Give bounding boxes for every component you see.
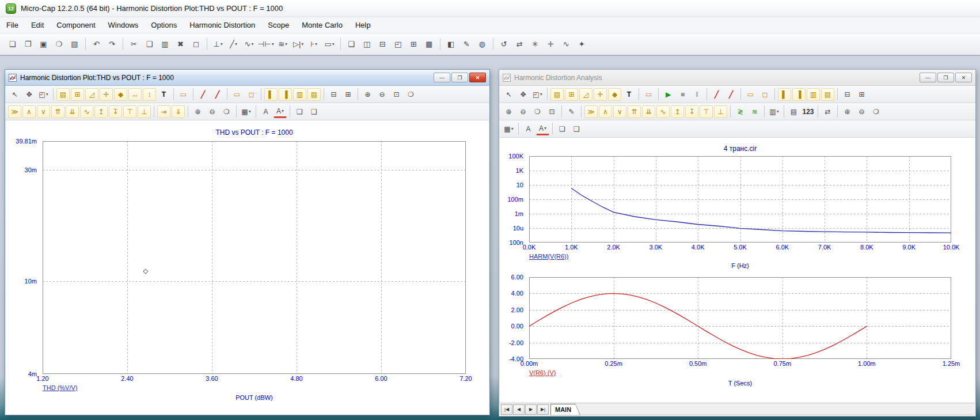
valley-button[interactable]: ∨ <box>613 105 626 118</box>
inflection-button[interactable]: ∿ <box>80 105 93 118</box>
pan-mode-button[interactable]: ✥ <box>22 88 36 101</box>
close-button[interactable]: ✕ <box>955 73 972 82</box>
save-file-button[interactable]: ▣ <box>36 37 51 51</box>
waveform-buffer-button[interactable]: ▭ <box>177 88 190 101</box>
tile-plots-horizontal-button[interactable]: ▤ <box>307 88 321 101</box>
nav-last-button[interactable]: ▶| <box>537 404 549 415</box>
capacitor-button[interactable]: ⊣⊢ <box>257 37 275 51</box>
next-point-button[interactable]: ≫ <box>584 105 598 118</box>
waveform-buffer-button[interactable]: ▭ <box>642 88 655 101</box>
zoom-auto-button[interactable]: ❍ <box>531 105 544 118</box>
print-button[interactable]: ▤ <box>67 37 82 51</box>
cursor-mode-button[interactable]: ✛ <box>100 88 113 101</box>
zoom-out-button[interactable]: ⊖ <box>206 105 219 118</box>
edit-waveform-button[interactable]: ✎ <box>565 105 578 118</box>
zoom-out-button[interactable]: ⊖ <box>375 88 389 101</box>
panel-left-button[interactable]: ▌ <box>778 88 791 101</box>
pan-mode-button[interactable]: ✥ <box>516 88 530 101</box>
slideshow-button[interactable]: ◻ <box>758 88 772 101</box>
zoom-in-button[interactable]: ⊕ <box>361 88 374 101</box>
zoom-fit-button[interactable]: ❍ <box>404 88 417 101</box>
inflection-button[interactable]: ∿ <box>656 105 670 118</box>
grid-options-button[interactable]: ▦ <box>240 105 253 118</box>
bottom-button[interactable]: ⊥ <box>138 105 151 118</box>
series-legend[interactable]: THD (%V/V) <box>43 384 78 391</box>
sine-source-button[interactable]: ∿ <box>242 37 256 51</box>
zoom-in-button[interactable]: ⊕ <box>502 105 515 118</box>
undo-button[interactable]: ↶ <box>89 37 104 51</box>
font-button[interactable]: A <box>259 105 272 118</box>
tile-vertical-button[interactable]: ◫ <box>360 37 374 51</box>
split-window-button[interactable]: ◰ <box>391 37 405 51</box>
menu-help[interactable]: Help <box>349 17 377 33</box>
plot-area[interactable] <box>529 156 951 243</box>
wire-mode-button[interactable]: ╱ <box>226 37 241 51</box>
split-horizontal-button[interactable]: ⊟ <box>841 88 854 101</box>
open-file-button[interactable]: ❐ <box>21 37 35 51</box>
nav-first-button[interactable]: |◀ <box>501 404 512 415</box>
plot-window-titlebar[interactable]: Harmonic Distortion Plot:THD vs POUT : F… <box>5 70 489 86</box>
transistor-button[interactable]: ⊦ <box>307 37 321 51</box>
split-vertical-button[interactable]: ⊞ <box>855 88 868 101</box>
zoom-in-2-button[interactable]: ⊕ <box>841 105 854 118</box>
maximize-button[interactable]: ❐ <box>451 73 468 82</box>
arrange-icons-button[interactable]: ⊞ <box>407 37 421 51</box>
go-to-x-button[interactable]: ⇥ <box>157 105 170 118</box>
global-high-button[interactable]: ↥ <box>94 105 108 118</box>
zoom-mode-button[interactable]: ◰ <box>37 88 50 101</box>
point-tag-button[interactable]: ◆ <box>114 88 127 101</box>
scale-mode-button[interactable]: ◿ <box>579 88 592 101</box>
cursor-mode-button[interactable]: ✛ <box>594 88 607 101</box>
refresh-models-button[interactable]: ↺ <box>497 37 511 51</box>
next-point-button[interactable]: ≫ <box>8 105 21 118</box>
globe-browser-button[interactable]: ◍ <box>475 37 489 51</box>
menu-monte-carlo[interactable]: Monte Carlo <box>295 17 349 33</box>
zoom-mode-button[interactable]: ◰ <box>531 88 544 101</box>
performance-windows-button[interactable]: ▭ <box>230 88 244 101</box>
maximize-button[interactable]: ❐ <box>937 73 954 82</box>
peak-button[interactable]: ∧ <box>22 105 36 118</box>
menu-edit[interactable]: Edit <box>25 17 50 33</box>
analysis-window-titlebar[interactable]: Harmonic Distortion Analysis — ❐ ✕ <box>499 70 975 86</box>
peak-button[interactable]: ∧ <box>599 105 612 118</box>
valley-button[interactable]: ∨ <box>37 105 50 118</box>
tile-plots-vertical-button[interactable]: ▥ <box>807 88 820 101</box>
probe-red-2-button[interactable]: ╱ <box>211 88 224 101</box>
minimize-button[interactable]: — <box>920 73 936 82</box>
high-button[interactable]: ⇈ <box>628 105 641 118</box>
select-region-button[interactable]: ◻ <box>189 37 203 51</box>
stepping-button[interactable]: ≷ <box>734 105 747 118</box>
panel-right-button[interactable]: ▐ <box>792 88 806 101</box>
probe-red-1-button[interactable]: ╱ <box>196 88 210 101</box>
zoom-in-button[interactable]: ⊕ <box>191 105 204 118</box>
probe-mode-button[interactable]: ✛ <box>544 37 558 51</box>
close-button[interactable]: ✕ <box>469 73 486 82</box>
ground-component-button[interactable]: ⊥ <box>211 37 225 51</box>
stop-button[interactable]: ■ <box>676 88 689 101</box>
paste-button[interactable]: ▥ <box>158 37 172 51</box>
delete-button[interactable]: ✖ <box>173 37 188 51</box>
zoom-area-button[interactable]: ⊡ <box>545 105 559 118</box>
cut-button[interactable]: ✂ <box>127 37 141 51</box>
find-button[interactable]: ❍ <box>52 37 66 51</box>
new-file-button[interactable]: ❏ <box>5 37 20 51</box>
series-legend[interactable]: HARM(V(R6)) <box>529 253 568 260</box>
global-low-button[interactable]: ↧ <box>109 105 122 118</box>
menu-file[interactable]: File <box>0 17 25 33</box>
vertical-tag-button[interactable]: ↕ <box>143 88 156 101</box>
zoom-out-button[interactable]: ⊖ <box>516 105 530 118</box>
top-button[interactable]: ⊤ <box>123 105 136 118</box>
global-low-button[interactable]: ↧ <box>685 105 698 118</box>
nav-next-button[interactable]: ▶ <box>525 404 537 415</box>
panel-right-button[interactable]: ▐ <box>279 88 292 101</box>
properties-button[interactable]: ▤ <box>550 88 564 101</box>
numeric-output-button[interactable]: ▤ <box>787 105 800 118</box>
font-button[interactable]: A <box>522 123 535 135</box>
font-color-button[interactable]: A <box>536 123 549 135</box>
redo-button[interactable]: ↷ <box>105 37 119 51</box>
nav-previous-button[interactable]: ◀ <box>513 404 525 415</box>
panel-left-button[interactable]: ▌ <box>264 88 278 101</box>
probe-red-1-button[interactable]: ╱ <box>710 88 723 101</box>
shape-editor-button[interactable]: ✎ <box>459 37 474 51</box>
properties-button[interactable]: ▤ <box>56 88 70 101</box>
